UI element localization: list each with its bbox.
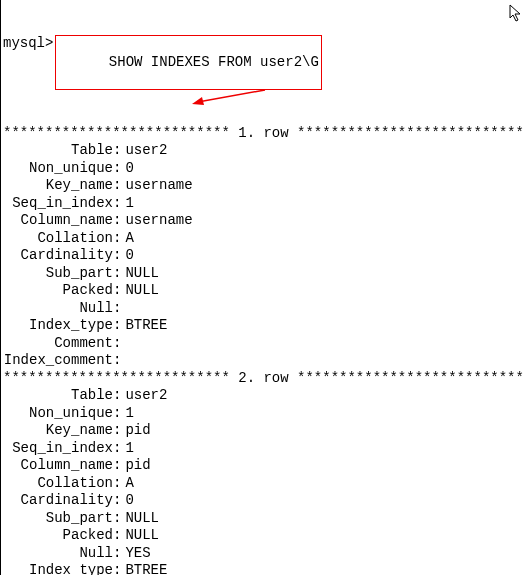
field-key: Table	[3, 387, 113, 405]
field-value: 1	[121, 405, 133, 423]
field-key: Cardinality	[3, 492, 113, 510]
prompt-line[interactable]: mysql> SHOW INDEXES FROM user2\G	[3, 35, 531, 90]
field-key: Key_name	[3, 422, 113, 440]
field-key: Sub_part	[3, 510, 113, 528]
field-separator: :	[113, 177, 121, 195]
row-divider: *************************** 1. row *****…	[3, 125, 531, 143]
field-key: Packed	[3, 282, 113, 300]
field-row: Cardinality:0	[3, 247, 531, 265]
field-value: pid	[121, 422, 150, 440]
field-value: username	[121, 177, 192, 195]
command-text: SHOW INDEXES FROM user2\G	[109, 54, 319, 70]
field-key: Seq_in_index	[3, 440, 113, 458]
field-row: Packed:NULL	[3, 527, 531, 545]
field-row: Table:user2	[3, 142, 531, 160]
field-value: NULL	[121, 510, 159, 528]
field-row: Sub_part:NULL	[3, 510, 531, 528]
field-key: Cardinality	[3, 247, 113, 265]
field-value: username	[121, 212, 192, 230]
field-separator: :	[113, 562, 121, 575]
field-value: YES	[121, 545, 150, 563]
field-key: Column_name	[3, 457, 113, 475]
field-separator: :	[113, 160, 121, 178]
field-key: Index_type	[3, 317, 113, 335]
field-value: 0	[121, 492, 133, 510]
field-separator: :	[113, 457, 121, 475]
field-row: Collation:A	[3, 230, 531, 248]
field-key: Collation	[3, 230, 113, 248]
field-value: A	[121, 475, 133, 493]
row-divider: *************************** 2. row *****…	[3, 370, 531, 388]
field-separator: :	[113, 422, 121, 440]
field-key: Index_comment	[3, 352, 113, 370]
field-row: Cardinality:0	[3, 492, 531, 510]
field-separator: :	[113, 527, 121, 545]
field-row: Seq_in_index:1	[3, 440, 531, 458]
field-separator: :	[113, 440, 121, 458]
field-value	[121, 352, 125, 370]
field-key: Collation	[3, 475, 113, 493]
field-row: Key_name:pid	[3, 422, 531, 440]
field-key: Sub_part	[3, 265, 113, 283]
field-value: pid	[121, 457, 150, 475]
field-row: Column_name:username	[3, 212, 531, 230]
field-separator: :	[113, 335, 121, 353]
field-key: Column_name	[3, 212, 113, 230]
field-key: Non_unique	[3, 160, 113, 178]
field-row: Non_unique:0	[3, 160, 531, 178]
field-row: Index_type:BTREE	[3, 562, 531, 575]
field-value: BTREE	[121, 562, 167, 575]
terminal-output: mysql> SHOW INDEXES FROM user2\G *******…	[0, 0, 531, 575]
field-value: 1	[121, 195, 133, 213]
field-separator: :	[113, 545, 121, 563]
field-value: user2	[121, 387, 167, 405]
field-value	[121, 335, 125, 353]
field-separator: :	[113, 387, 121, 405]
field-value: 1	[121, 440, 133, 458]
field-row: Key_name:username	[3, 177, 531, 195]
field-separator: :	[113, 247, 121, 265]
result-rows: *************************** 1. row *****…	[3, 125, 531, 576]
field-value: BTREE	[121, 317, 167, 335]
field-separator: :	[113, 212, 121, 230]
field-row: Collation:A	[3, 475, 531, 493]
field-separator: :	[113, 492, 121, 510]
field-key: Index_type	[3, 562, 113, 575]
field-row: Sub_part:NULL	[3, 265, 531, 283]
field-separator: :	[113, 265, 121, 283]
field-key: Non_unique	[3, 405, 113, 423]
field-key: Comment	[3, 335, 113, 353]
field-separator: :	[113, 405, 121, 423]
field-key: Null	[3, 300, 113, 318]
field-row: Comment:	[3, 335, 531, 353]
field-value: A	[121, 230, 133, 248]
field-value	[121, 300, 125, 318]
command-highlight-box: SHOW INDEXES FROM user2\G	[55, 35, 321, 90]
field-separator: :	[113, 195, 121, 213]
field-separator: :	[113, 282, 121, 300]
field-key: Packed	[3, 527, 113, 545]
field-separator: :	[113, 142, 121, 160]
prompt-text: mysql>	[3, 35, 53, 53]
field-key: Table	[3, 142, 113, 160]
field-separator: :	[113, 317, 121, 335]
field-row: Column_name:pid	[3, 457, 531, 475]
field-value: NULL	[121, 265, 159, 283]
field-key: Seq_in_index	[3, 195, 113, 213]
field-value: 0	[121, 247, 133, 265]
field-row: Index_comment:	[3, 352, 531, 370]
field-row: Null:YES	[3, 545, 531, 563]
field-row: Index_type:BTREE	[3, 317, 531, 335]
field-value: 0	[121, 160, 133, 178]
field-key: Key_name	[3, 177, 113, 195]
field-separator: :	[113, 475, 121, 493]
field-value: NULL	[121, 527, 159, 545]
field-row: Non_unique:1	[3, 405, 531, 423]
field-row: Null:	[3, 300, 531, 318]
field-separator: :	[113, 300, 121, 318]
field-row: Table:user2	[3, 387, 531, 405]
field-row: Seq_in_index:1	[3, 195, 531, 213]
field-value: NULL	[121, 282, 159, 300]
field-separator: :	[113, 510, 121, 528]
field-value: user2	[121, 142, 167, 160]
